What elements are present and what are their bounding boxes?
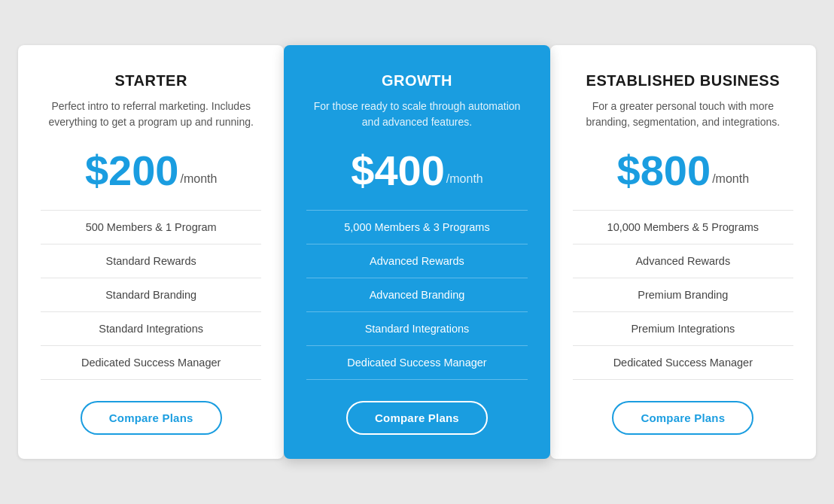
cta-button-growth[interactable]: Compare Plans <box>346 401 488 435</box>
price-period-growth: /month <box>446 172 483 186</box>
price-period-established: /month <box>712 172 749 186</box>
plan-price-growth: $400/month <box>351 150 483 192</box>
plan-description-starter: Perfect intro to referral marketing. Inc… <box>41 99 261 135</box>
features-list-starter: 500 Members & 1 ProgramStandard RewardsS… <box>41 210 261 380</box>
feature-item-established-3: Premium Integrations <box>573 312 793 346</box>
plan-name-established: ESTABLISHED BUSINESS <box>586 72 780 90</box>
cta-button-starter[interactable]: Compare Plans <box>81 401 222 435</box>
feature-item-starter-1: Standard Rewards <box>41 244 261 278</box>
plan-name-starter: STARTER <box>114 72 187 90</box>
price-amount-growth: $400 <box>351 150 445 192</box>
plan-card-starter: STARTERPerfect intro to referral marketi… <box>18 45 284 459</box>
features-list-established: 10,000 Members & 5 ProgramsAdvanced Rewa… <box>573 210 793 380</box>
price-period-starter: /month <box>180 172 217 186</box>
feature-item-starter-3: Standard Integrations <box>41 312 261 346</box>
feature-item-established-1: Advanced Rewards <box>573 244 793 278</box>
feature-item-established-2: Premium Branding <box>573 278 793 312</box>
plan-card-established: ESTABLISHED BUSINESSFor a greater person… <box>550 45 816 459</box>
feature-item-established-4: Dedicated Success Manager <box>573 346 793 380</box>
plan-price-starter: $200/month <box>85 150 218 192</box>
plan-name-growth: GROWTH <box>382 72 452 90</box>
feature-item-growth-2: Advanced Branding <box>306 278 527 312</box>
feature-item-growth-3: Standard Integrations <box>306 312 527 346</box>
feature-item-established-0: 10,000 Members & 5 Programs <box>573 210 793 244</box>
features-list-growth: 5,000 Members & 3 ProgramsAdvanced Rewar… <box>306 210 527 380</box>
plan-description-established: For a greater personal touch with more b… <box>573 99 793 135</box>
plan-description-growth: For those ready to scale through automat… <box>306 99 527 135</box>
price-amount-starter: $200 <box>85 150 179 192</box>
plan-card-growth: GROWTHFor those ready to scale through a… <box>284 45 549 459</box>
plan-price-established: $800/month <box>617 150 750 192</box>
feature-item-starter-2: Standard Branding <box>41 278 261 312</box>
price-amount-established: $800 <box>617 150 711 192</box>
feature-item-growth-4: Dedicated Success Manager <box>306 346 527 380</box>
cta-button-established[interactable]: Compare Plans <box>612 401 753 435</box>
feature-item-growth-1: Advanced Rewards <box>306 244 527 278</box>
pricing-section: STARTERPerfect intro to referral marketi… <box>18 45 816 459</box>
feature-item-growth-0: 5,000 Members & 3 Programs <box>306 210 527 244</box>
feature-item-starter-0: 500 Members & 1 Program <box>41 210 261 244</box>
feature-item-starter-4: Dedicated Success Manager <box>41 346 261 380</box>
